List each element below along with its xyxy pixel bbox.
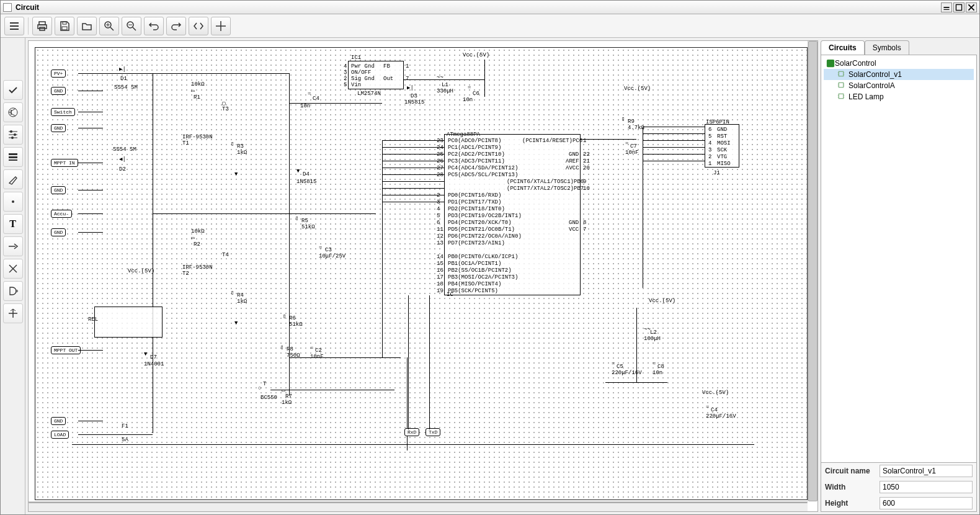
schematic-label: =	[653, 361, 656, 367]
schematic-label: AVCC	[566, 165, 579, 171]
wire	[404, 79, 484, 80]
undo-button[interactable]	[144, 17, 164, 35]
zoom-in-button[interactable]	[99, 17, 119, 35]
wire	[382, 154, 444, 154]
minimize-button[interactable]	[941, 2, 952, 12]
schematic-label: PC3(ADC3/PCINT11)	[448, 158, 505, 164]
schematic-label: D3	[411, 93, 417, 99]
crosshair-button[interactable]	[211, 17, 231, 35]
vertical-scrollbar[interactable]	[808, 41, 817, 501]
schematic-label: PD6(PCINT22/OC0A/AIN0)	[448, 233, 522, 240]
tab-symbols[interactable]: Symbols	[865, 40, 909, 55]
transistor-tool[interactable]	[3, 102, 23, 122]
cut-tool[interactable]	[3, 259, 23, 279]
schematic-label: 5A	[122, 437, 128, 443]
schematic-label: ▼	[234, 171, 238, 177]
schematic-label: F1	[122, 423, 128, 429]
junction-tool[interactable]	[3, 303, 23, 323]
wire	[382, 181, 444, 182]
svg-rect-51	[839, 94, 844, 99]
point-tool[interactable]	[3, 192, 23, 212]
schematic-label: =	[310, 345, 313, 351]
schematic-label: 23	[437, 138, 443, 144]
tree-root[interactable]: SolarControl	[824, 58, 974, 69]
scalpel-tool[interactable]	[3, 169, 23, 189]
wire	[382, 202, 444, 202]
tree-item-solarcontrola[interactable]: SolarControlA	[824, 80, 974, 91]
wire	[153, 213, 376, 214]
wire	[581, 139, 636, 140]
close-button[interactable]	[966, 2, 977, 12]
circuit-name-field[interactable]	[880, 465, 973, 477]
tree-item-solarcontrol-v1[interactable]: SolarControl_v1	[824, 69, 974, 80]
stack-tool[interactable]	[3, 147, 23, 167]
print-button[interactable]	[32, 17, 52, 35]
zoom-out-button[interactable]	[122, 17, 141, 35]
wire	[78, 128, 103, 128]
wire	[78, 112, 103, 112]
wire	[643, 147, 705, 148]
terminal-rxd: RxD	[404, 428, 419, 436]
svg-rect-41	[839, 71, 844, 76]
schematic-label: 10n	[300, 103, 310, 109]
schematic-label: L2	[650, 329, 657, 336]
schematic-label: 10kΩ	[191, 81, 205, 87]
tab-circuits[interactable]: Circuits	[821, 40, 865, 55]
menu-button[interactable]	[4, 17, 24, 35]
sidebar: Circuits Symbols SolarControl SolarContr…	[821, 40, 977, 512]
schematic-label: SS54 SM	[114, 84, 138, 91]
schematic-label: IRF-9530N	[182, 264, 213, 271]
schematic-label: L1	[442, 82, 448, 88]
schematic-label: R1	[194, 94, 200, 101]
wire	[78, 421, 103, 421]
tree-label: SolarControlA	[849, 81, 895, 90]
svg-line-11	[110, 27, 114, 30]
schematic-label: 2	[708, 154, 711, 160]
arrow-tool[interactable]	[3, 236, 23, 256]
schematic-label: 10μF/25V	[319, 253, 345, 259]
redo-button[interactable]	[166, 17, 186, 35]
schematic-label: 10	[583, 186, 590, 192]
save-button[interactable]	[55, 17, 74, 35]
schematic-label: ON/OFF	[351, 69, 371, 76]
code-button[interactable]	[189, 17, 208, 35]
svg-rect-30	[9, 153, 17, 155]
schematic-canvas[interactable]: PV+GNDSwitchGNDMPPT INGNDAccu-GNDMPPT OU…	[28, 40, 818, 512]
schematic-label: 1	[406, 63, 409, 69]
open-button[interactable]	[77, 17, 97, 35]
height-field[interactable]	[880, 497, 973, 509]
schematic-label: 220μF/16V	[612, 370, 642, 376]
app-icon	[3, 3, 12, 12]
svg-line-15	[133, 27, 136, 30]
nand-tool[interactable]	[3, 281, 23, 301]
sliders-tool[interactable]	[3, 125, 23, 145]
schematic-label: =	[612, 361, 615, 367]
wire	[103, 434, 153, 435]
terminal-pv-: PV+	[51, 69, 66, 78]
schematic-box	[94, 307, 163, 338]
schematic-label: 6	[437, 220, 440, 226]
wire	[78, 232, 103, 233]
schematic-label: 17	[437, 274, 443, 280]
maximize-button[interactable]	[953, 2, 964, 12]
svg-rect-31	[9, 156, 17, 158]
wire	[103, 73, 153, 74]
ok-tool[interactable]	[3, 80, 23, 100]
terminal-accu-: Accu-	[51, 210, 72, 218]
schematic-label: D1	[120, 76, 127, 82]
terminal-switch: Switch	[51, 108, 75, 116]
text-tool[interactable]: T	[3, 214, 23, 234]
wire	[289, 357, 401, 358]
properties-panel: Circuit name Width Height	[821, 463, 977, 512]
width-field[interactable]	[880, 481, 973, 493]
schematic-label: (PCINT14/RESET)PC6	[522, 138, 582, 144]
tree-item-led-lamp[interactable]: LED Lamp	[824, 91, 974, 102]
schematic-label: C4	[711, 407, 718, 413]
schematic-label: =	[468, 84, 471, 91]
toolbar	[1, 14, 979, 38]
schematic-label: R6	[289, 315, 296, 321]
wire	[643, 127, 705, 127]
schematic-label: Vcc.(5V)	[463, 52, 489, 58]
horizontal-scrollbar[interactable]	[29, 501, 808, 511]
schematic-label: =	[319, 244, 322, 251]
